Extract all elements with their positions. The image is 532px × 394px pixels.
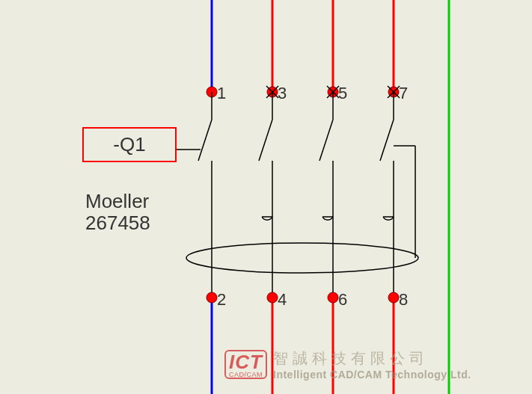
svg-line-13 (319, 120, 333, 161)
terminal-dot (267, 292, 278, 303)
component-manufacturer: Moeller (85, 191, 149, 213)
terminal-number-top-1: 1 (217, 84, 226, 103)
component-designator[interactable]: -Q1 (82, 127, 177, 162)
terminal-dot (388, 292, 399, 303)
logo-text: 智誠科技有限公司 Intelligent CAD/CAM Technology … (273, 348, 471, 381)
svg-line-16 (380, 120, 394, 161)
terminal-dot (207, 292, 217, 303)
component-part-number: 267458 (85, 212, 150, 235)
terminal-dot (328, 292, 338, 303)
logo-badge: ICT CAD/CAM (224, 350, 267, 379)
logo-sub: CAD/CAM (229, 372, 263, 378)
logo-cn: 智誠科技有限公司 (273, 348, 471, 369)
terminal-number-bot-2: 4 (278, 290, 287, 310)
svg-point-20 (186, 243, 418, 273)
svg-line-7 (198, 120, 212, 161)
schematic-canvas (0, 0, 532, 394)
terminal-number-top-2: 3 (278, 84, 287, 103)
terminal-number-bot-3: 6 (338, 290, 347, 310)
terminal-number-top-4: 7 (399, 84, 408, 103)
svg-line-10 (259, 120, 272, 161)
logo-en: Intelligent CAD/CAM Technology Ltd. (273, 369, 471, 381)
terminal-number-bot-1: 2 (217, 290, 226, 310)
terminal-number-top-3: 5 (338, 84, 347, 103)
watermark-logo: ICT CAD/CAM 智誠科技有限公司 Intelligent CAD/CAM… (224, 348, 471, 381)
component-symbol (176, 92, 418, 298)
schematic-svg (0, 0, 532, 394)
terminal-number-bot-4: 8 (399, 290, 408, 310)
logo-short: ICT (229, 353, 263, 372)
